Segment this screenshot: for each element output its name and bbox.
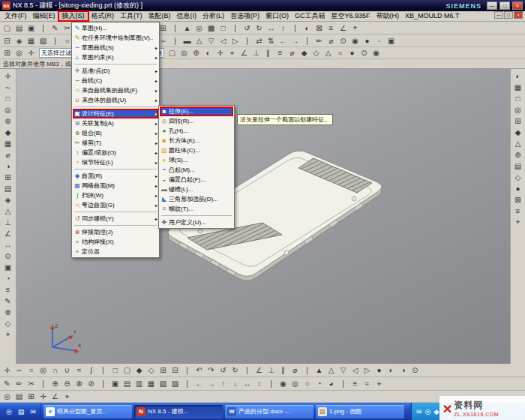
- toolbar-icon[interactable]: ◈: [2, 194, 15, 205]
- toolbar-icon[interactable]: ∪: [62, 364, 73, 376]
- toolbar-icon[interactable]: ⌖: [350, 22, 361, 34]
- toolbar-icon[interactable]: ✛: [26, 47, 37, 58]
- toolbar-icon[interactable]: ▷: [230, 35, 241, 46]
- toolbar-icon[interactable]: ◐: [302, 22, 313, 34]
- menu-item[interactable]: ◔ 细节特征(L) ▸: [73, 158, 158, 167]
- toolbar-icon[interactable]: ≈: [362, 378, 373, 389]
- toolbar-icon[interactable]: |: [338, 378, 349, 389]
- toolbar-icon[interactable]: ⊕: [50, 378, 61, 389]
- menubar-item[interactable]: 帮助(H): [374, 11, 403, 21]
- toolbar-icon[interactable]: ≡: [2, 284, 15, 295]
- toolbar-icon[interactable]: |: [242, 35, 253, 46]
- toolbar-icon[interactable]: ▩: [206, 22, 217, 34]
- toolbar-icon[interactable]: ⌖: [2, 329, 15, 340]
- toolbar-icon[interactable]: ○: [302, 378, 313, 389]
- toolbar-icon[interactable]: ⇄: [254, 35, 265, 46]
- toolbar-icon[interactable]: |: [266, 378, 277, 389]
- menu-item[interactable]: ∩ 弯边曲面(G) ▸: [73, 200, 158, 210]
- toolbar-icon[interactable]: ▣: [26, 22, 37, 34]
- toolbar-icon[interactable]: ◈: [14, 35, 25, 46]
- toolbar-icon[interactable]: |: [302, 35, 313, 46]
- toolbar-icon[interactable]: ⌖: [512, 217, 525, 227]
- taskbar-task[interactable]: ▧ 1.png - 画图: [316, 405, 404, 418]
- toolbar-icon[interactable]: ▷: [362, 364, 373, 376]
- submenu-item[interactable]: ◣ 三角形加强筋(D)...: [160, 194, 233, 204]
- toolbar-icon[interactable]: ◎: [178, 47, 190, 58]
- toolbar-icon[interactable]: ▧: [38, 35, 49, 46]
- toolbar-icon[interactable]: ↔: [242, 378, 253, 389]
- toolbar-icon[interactable]: ⊘: [86, 378, 97, 389]
- toolbar-icon[interactable]: |: [50, 35, 61, 46]
- child-minimize-button[interactable]: —: [494, 11, 503, 19]
- toolbar-icon[interactable]: ⊞: [2, 47, 13, 58]
- toolbar-icon[interactable]: |: [38, 22, 49, 34]
- toolbar-icon[interactable]: ⊞: [26, 391, 37, 402]
- toolbar-icon[interactable]: ↕: [278, 22, 289, 34]
- toolbar-icon[interactable]: ←: [194, 378, 205, 389]
- submenu-item[interactable]: ■ 长方体(K)...: [160, 136, 233, 146]
- toolbar-icon[interactable]: ⊕: [2, 116, 15, 126]
- toolbar-icon[interactable]: ▥: [134, 378, 145, 389]
- toolbar-icon[interactable]: ○: [334, 47, 346, 58]
- toolbar-icon[interactable]: ◎: [38, 364, 49, 376]
- tray-icon[interactable]: ◆: [434, 408, 439, 416]
- toolbar-icon[interactable]: ▦: [512, 82, 525, 92]
- toolbar-icon[interactable]: ⌖: [374, 378, 385, 389]
- toolbar-icon[interactable]: |: [182, 378, 193, 389]
- toolbar-icon[interactable]: ↓: [230, 378, 241, 389]
- toolbar-icon[interactable]: ●: [346, 47, 358, 58]
- toolbar-icon[interactable]: △: [326, 364, 337, 376]
- toolbar-icon[interactable]: ✛: [214, 47, 226, 58]
- toolbar-icon[interactable]: ∼: [14, 364, 25, 376]
- toolbar-icon[interactable]: ◎: [512, 104, 525, 115]
- toolbar-icon[interactable]: ∫: [86, 364, 97, 376]
- toolbar-icon[interactable]: ◇: [512, 172, 525, 182]
- maximize-button[interactable]: □: [500, 2, 510, 10]
- menu-item[interactable]: ✂ 修剪(T) ▸: [73, 138, 158, 148]
- toolbar-icon[interactable]: ◇: [2, 318, 15, 328]
- submenu-item[interactable]: [161, 214, 232, 216]
- toolbar-icon[interactable]: ≡: [326, 22, 337, 34]
- toolbar-icon[interactable]: □: [512, 93, 525, 104]
- toolbar-icon[interactable]: ●: [362, 35, 373, 46]
- toolbar-icon[interactable]: ◁: [350, 364, 361, 376]
- submenu-item[interactable]: ● 球(S)...: [160, 155, 233, 165]
- menubar-item[interactable]: 工具(T): [117, 11, 146, 21]
- toolbar-icon[interactable]: ↔: [2, 239, 15, 250]
- menubar-item[interactable]: 插入(S): [58, 11, 88, 21]
- toolbar-icon[interactable]: ⊥: [250, 47, 262, 58]
- toolbar-icon[interactable]: ⌀: [290, 364, 301, 376]
- menu-item[interactable]: ✛ 基准/点(D) ▸: [73, 66, 158, 76]
- child-close-button[interactable]: ×: [514, 11, 523, 19]
- menu-item[interactable]: ∫ 扫掠(W) ▸: [73, 190, 158, 200]
- toolbar-icon[interactable]: |: [38, 378, 49, 389]
- quick-launch-icon[interactable]: ◎: [4, 406, 14, 417]
- toolbar-icon[interactable]: ▤: [122, 378, 133, 389]
- toolbar-icon[interactable]: ◆: [2, 127, 15, 137]
- toolbar-icon[interactable]: ⊠: [314, 22, 325, 34]
- menu-item[interactable]: ◆ 曲面(R) ▸: [73, 171, 158, 181]
- toolbar-icon[interactable]: ◉: [278, 378, 289, 389]
- toolbar-icon[interactable]: ⌖: [226, 47, 238, 58]
- toolbar-icon[interactable]: ⊖: [62, 378, 73, 389]
- menu-item[interactable]: ⊞ 关联复制(A) ▸: [73, 118, 158, 128]
- toolbar-icon[interactable]: □: [110, 364, 121, 376]
- menu-item[interactable]: ⊥ 草图约束(K) ▸: [73, 52, 158, 62]
- tray-icon[interactable]: ✉: [416, 408, 422, 416]
- toolbar-icon[interactable]: ↷: [206, 364, 217, 376]
- menubar-item[interactable]: 星空Y6.935F: [328, 11, 374, 21]
- menu-item[interactable]: ∼ 曲线(C) ▸: [73, 76, 158, 86]
- menubar-item[interactable]: 首选项(P): [227, 11, 262, 21]
- toolbar-icon[interactable]: ↑: [218, 378, 229, 389]
- toolbar-icon[interactable]: ✏: [314, 35, 325, 46]
- toolbar-icon[interactable]: ▽: [206, 35, 217, 46]
- toolbar-icon[interactable]: ✂: [26, 378, 37, 389]
- toolbar-icon[interactable]: ◁: [218, 35, 229, 46]
- toolbar-icon[interactable]: ∼: [2, 82, 15, 92]
- toolbar-icon[interactable]: ▦: [146, 378, 157, 389]
- toolbar-icon[interactable]: ▤: [14, 22, 25, 34]
- toolbar-icon[interactable]: ↕: [254, 378, 265, 389]
- toolbar-icon[interactable]: ▣: [2, 262, 15, 272]
- toolbar-icon[interactable]: ◔: [314, 378, 325, 389]
- toolbar-icon[interactable]: ✎: [50, 22, 61, 34]
